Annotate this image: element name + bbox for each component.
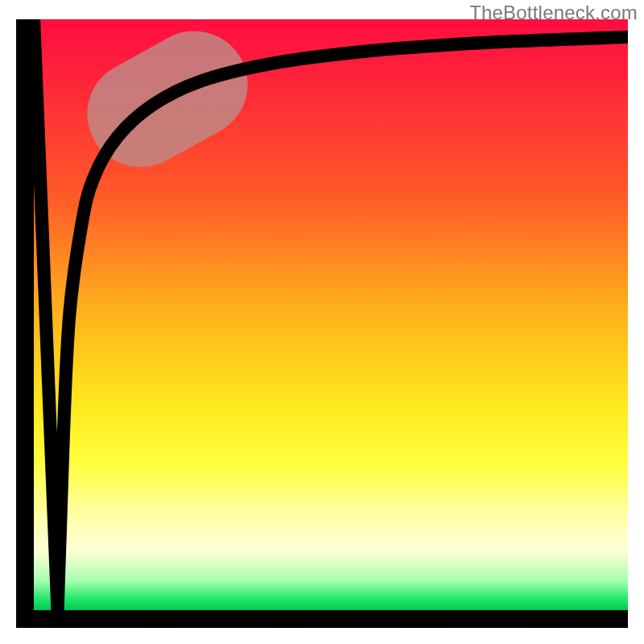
plot-lines-layer xyxy=(34,19,628,610)
canvas: TheBottleneck.com xyxy=(0,0,644,644)
plot-frame xyxy=(16,19,628,628)
chart-svg xyxy=(34,19,628,610)
